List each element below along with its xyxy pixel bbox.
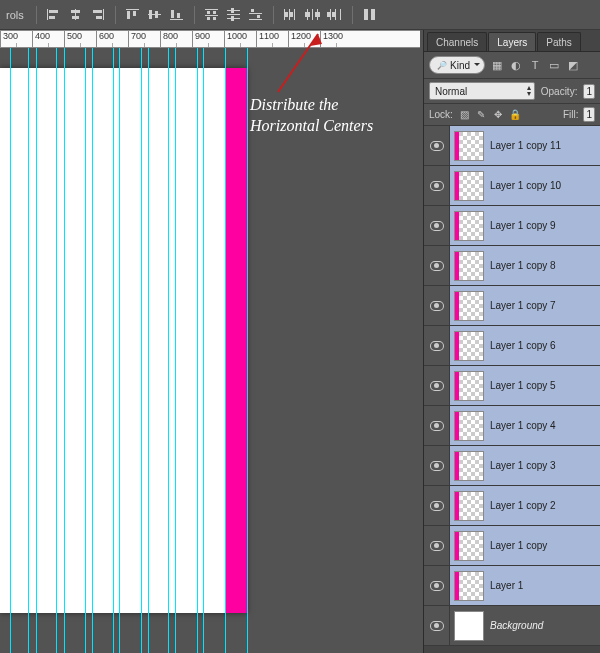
layer-row[interactable]: Layer 1 copy 2: [424, 486, 600, 526]
distribute-top-edges-icon[interactable]: [203, 6, 221, 24]
layer-row[interactable]: Layer 1 copy: [424, 526, 600, 566]
guide-line[interactable]: [197, 48, 198, 653]
visibility-toggle[interactable]: [424, 406, 450, 445]
opacity-value[interactable]: 1: [583, 84, 595, 99]
layer-thumbnail[interactable]: [454, 251, 484, 281]
visibility-toggle[interactable]: [424, 166, 450, 205]
guide-line[interactable]: [92, 48, 93, 653]
guide-line[interactable]: [119, 48, 120, 653]
align-right-edges-icon[interactable]: [89, 6, 107, 24]
smartobj-filter-icon[interactable]: ◩: [566, 58, 580, 72]
guide-line[interactable]: [175, 48, 176, 653]
guide-line[interactable]: [36, 48, 37, 653]
layer-thumbnail[interactable]: [454, 571, 484, 601]
layer-row[interactable]: Layer 1 copy 10: [424, 166, 600, 206]
layers-list[interactable]: Layer 1 copy 11Layer 1 copy 10Layer 1 co…: [424, 126, 600, 653]
guide-line[interactable]: [113, 48, 114, 653]
align-horizontal-centers-icon[interactable]: [67, 6, 85, 24]
auto-align-icon[interactable]: [361, 6, 379, 24]
lock-image-icon[interactable]: ✎: [475, 108, 488, 121]
distribute-bottom-edges-icon[interactable]: [247, 6, 265, 24]
layer-name[interactable]: Layer 1 copy 2: [490, 500, 556, 511]
layer-row[interactable]: Layer 1 copy 7: [424, 286, 600, 326]
layer-name[interactable]: Layer 1 copy 9: [490, 220, 556, 231]
layer-thumbnail[interactable]: [454, 531, 484, 561]
lock-position-icon[interactable]: ✥: [492, 108, 505, 121]
visibility-toggle[interactable]: [424, 446, 450, 485]
layer-name[interactable]: Layer 1 copy 4: [490, 420, 556, 431]
visibility-toggle[interactable]: [424, 486, 450, 525]
guide-line[interactable]: [203, 48, 204, 653]
align-left-edges-icon[interactable]: [45, 6, 63, 24]
layer-row[interactable]: Layer 1 copy 6: [424, 326, 600, 366]
distribute-horizontal-centers-icon[interactable]: [304, 6, 322, 24]
layer-name[interactable]: Layer 1 copy: [490, 540, 547, 551]
tab-channels[interactable]: Channels: [427, 32, 487, 51]
layer-row[interactable]: Background: [424, 606, 600, 646]
visibility-toggle[interactable]: [424, 566, 450, 605]
layer-name[interactable]: Layer 1 copy 11: [490, 140, 561, 151]
filter-kind-dropdown[interactable]: Kind: [429, 56, 485, 74]
layer-row[interactable]: Layer 1 copy 3: [424, 446, 600, 486]
align-vertical-centers-icon[interactable]: [146, 6, 164, 24]
layer-thumbnail[interactable]: [454, 611, 484, 641]
guide-line[interactable]: [141, 48, 142, 653]
adjustment-filter-icon[interactable]: ◐: [509, 58, 523, 72]
layer-name[interactable]: Layer 1 copy 7: [490, 300, 556, 311]
distribute-vertical-centers-icon[interactable]: [225, 6, 243, 24]
layer-row[interactable]: Layer 1 copy 9: [424, 206, 600, 246]
layer-name[interactable]: Layer 1 copy 6: [490, 340, 556, 351]
layer-thumbnail[interactable]: [454, 131, 484, 161]
tab-paths[interactable]: Paths: [537, 32, 581, 51]
visibility-toggle[interactable]: [424, 246, 450, 285]
visibility-toggle[interactable]: [424, 606, 450, 645]
layer-name[interactable]: Background: [490, 620, 543, 631]
visibility-toggle[interactable]: [424, 366, 450, 405]
layer-thumbnail[interactable]: [454, 451, 484, 481]
distribute-right-edges-icon[interactable]: [326, 6, 344, 24]
layer-thumbnail[interactable]: [454, 331, 484, 361]
layer-name[interactable]: Layer 1 copy 5: [490, 380, 556, 391]
align-bottom-edges-icon[interactable]: [168, 6, 186, 24]
layer-thumbnail[interactable]: [454, 171, 484, 201]
layer-thumbnail[interactable]: [454, 491, 484, 521]
layer-name[interactable]: Layer 1 copy 10: [490, 180, 561, 191]
layer-row[interactable]: Layer 1 copy 4: [424, 406, 600, 446]
layer-row[interactable]: Layer 1 copy 8: [424, 246, 600, 286]
visibility-toggle[interactable]: [424, 286, 450, 325]
layer-row[interactable]: Layer 1 copy 5: [424, 366, 600, 406]
align-top-edges-icon[interactable]: [124, 6, 142, 24]
visibility-toggle[interactable]: [424, 126, 450, 165]
shape-filter-icon[interactable]: ▭: [547, 58, 561, 72]
guide-line[interactable]: [168, 48, 169, 653]
layer-name[interactable]: Layer 1 copy 3: [490, 460, 556, 471]
guide-line[interactable]: [28, 48, 29, 653]
fill-value[interactable]: 1: [583, 107, 595, 122]
guide-line[interactable]: [10, 48, 11, 653]
guide-line[interactable]: [247, 48, 248, 653]
layer-row[interactable]: Layer 1 copy 11: [424, 126, 600, 166]
layer-thumbnail[interactable]: [454, 411, 484, 441]
visibility-toggle[interactable]: [424, 526, 450, 565]
blend-mode-dropdown[interactable]: Normal▴▾: [429, 82, 535, 100]
pixel-filter-icon[interactable]: ▦: [490, 58, 504, 72]
lock-transparency-icon[interactable]: ▨: [458, 108, 471, 121]
visibility-toggle[interactable]: [424, 206, 450, 245]
guide-line[interactable]: [148, 48, 149, 653]
type-filter-icon[interactable]: T: [528, 58, 542, 72]
layer-thumbnail[interactable]: [454, 371, 484, 401]
guide-line[interactable]: [56, 48, 57, 653]
layer-name[interactable]: Layer 1 copy 8: [490, 260, 556, 271]
distribute-left-edges-icon[interactable]: [282, 6, 300, 24]
document[interactable]: [0, 68, 247, 613]
tab-layers[interactable]: Layers: [488, 32, 536, 51]
canvas-area[interactable]: [0, 48, 420, 653]
guide-line[interactable]: [64, 48, 65, 653]
layer-thumbnail[interactable]: [454, 211, 484, 241]
layer-thumbnail[interactable]: [454, 291, 484, 321]
layer-row[interactable]: Layer 1: [424, 566, 600, 606]
layer-name[interactable]: Layer 1: [490, 580, 523, 591]
lock-all-icon[interactable]: 🔒: [509, 108, 522, 121]
visibility-toggle[interactable]: [424, 326, 450, 365]
guide-line[interactable]: [225, 48, 226, 653]
